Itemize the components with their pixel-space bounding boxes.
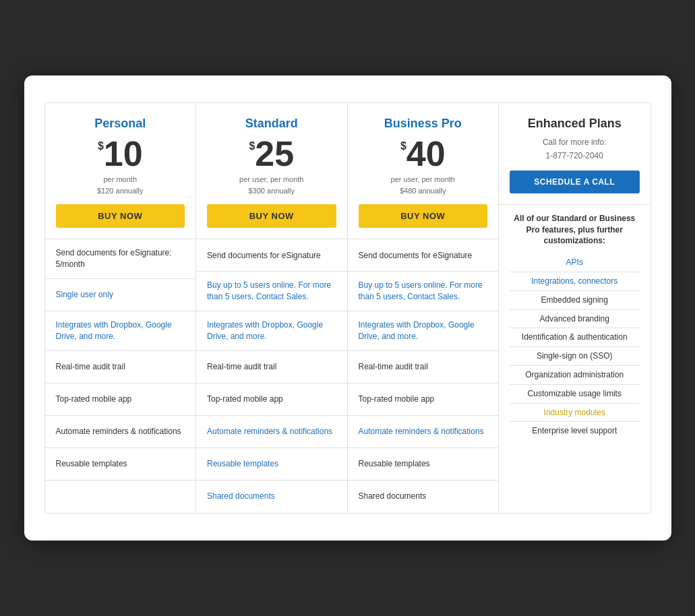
feature-item-standard-0: Send documents for eSignature: [196, 239, 347, 272]
feature-item-personal-1: Single user only: [45, 279, 196, 311]
pricing-table: Personal $ 10 per month$120 annuallyBUY …: [44, 102, 651, 513]
buy-button-business-pro[interactable]: BUY NOW: [359, 204, 488, 228]
feature-item-personal-4: Top-rated mobile app: [45, 383, 196, 416]
feature-item-business-pro-5: Automate reminders & notifications: [348, 416, 499, 448]
features-list-personal: Send documents for eSignature: 5/monthSi…: [45, 239, 196, 512]
features-list-business-pro: Send documents for eSignatureBuy up to 5…: [348, 239, 499, 512]
buy-button-personal[interactable]: BUY NOW: [56, 204, 185, 228]
feature-item-standard-2: Integrates with Dropbox, Google Drive, a…: [196, 311, 347, 351]
feature-item-personal-7: [45, 481, 196, 513]
enhanced-item-2: Embedded signing: [510, 291, 640, 310]
enhanced-intro: All of our Standard or Business Pro feat…: [510, 213, 640, 247]
schedule-button-enhanced[interactable]: SCHEDULE A CALL: [510, 171, 640, 193]
plan-name-enhanced: Enhanced Plans: [510, 117, 640, 131]
feature-item-standard-7: Shared documents: [196, 481, 347, 513]
feature-item-standard-4: Top-rated mobile app: [196, 383, 347, 416]
price-amount-personal: 10: [104, 136, 143, 171]
enhanced-item-7: Customizable usage limits: [510, 385, 640, 404]
price-symbol-standard: $: [249, 140, 255, 152]
price-symbol-personal: $: [98, 140, 104, 152]
feature-item-personal-2: Integrates with Dropbox, Google Drive, a…: [45, 311, 196, 351]
buy-button-standard[interactable]: BUY NOW: [207, 204, 336, 228]
plan-price-personal: $ 10: [56, 136, 185, 171]
plan-name-personal: Personal: [56, 117, 185, 131]
price-details-business-pro: per user, per month$480 annually: [359, 174, 488, 196]
plan-name-standard: Standard: [207, 117, 336, 131]
feature-item-business-pro-0: Send documents for eSignature: [348, 239, 499, 272]
enhanced-item-3: Advanced branding: [510, 310, 640, 329]
call-info-enhanced: Call for more info:1-877-720-2040: [510, 136, 640, 162]
plan-header-enhanced: Enhanced PlansCall for more info:1-877-7…: [499, 103, 651, 204]
enhanced-item-5: Single-sign on (SSO): [510, 347, 640, 366]
plan-header-standard: Standard $ 25 per user, per month$300 an…: [196, 103, 347, 239]
feature-item-business-pro-6: Reusable templates: [348, 448, 499, 481]
plan-col-personal: Personal $ 10 per month$120 annuallyBUY …: [45, 103, 197, 512]
features-list-standard: Send documents for eSignatureBuy up to 5…: [196, 239, 347, 512]
feature-item-personal-0: Send documents for eSignature: 5/month: [45, 239, 196, 279]
enhanced-item-6: Organization administration: [510, 366, 640, 385]
feature-item-personal-5: Automate reminders & notifications: [45, 416, 196, 448]
price-amount-standard: 25: [255, 136, 294, 171]
enhanced-item-1: Integrations, connectors: [510, 272, 640, 291]
enhanced-item-4: Identification & authentication: [510, 328, 640, 347]
pricing-page: Personal $ 10 per month$120 annuallyBUY …: [24, 75, 671, 540]
enhanced-item-9: Enterprise level support: [510, 422, 640, 440]
plan-col-enhanced: Enhanced PlansCall for more info:1-877-7…: [499, 103, 651, 512]
plan-header-business-pro: Business Pro $ 40 per user, per month$48…: [348, 103, 499, 239]
feature-item-standard-1: Buy up to 5 users online. For more than …: [196, 272, 347, 311]
feature-item-standard-5: Automate reminders & notifications: [196, 416, 347, 448]
enhanced-item-0: APIs: [510, 253, 640, 272]
feature-item-business-pro-7: Shared documents: [348, 481, 499, 513]
feature-item-personal-6: Reusable templates: [45, 448, 196, 481]
price-details-personal: per month$120 annually: [56, 174, 185, 196]
enhanced-item-8: Industry modules: [510, 404, 640, 423]
plan-col-standard: Standard $ 25 per user, per month$300 an…: [196, 103, 348, 512]
price-symbol-business-pro: $: [400, 140, 406, 152]
enhanced-features-enhanced: All of our Standard or Business Pro feat…: [499, 205, 651, 448]
feature-item-business-pro-1: Buy up to 5 users online. For more than …: [348, 272, 499, 311]
plan-price-business-pro: $ 40: [359, 136, 488, 171]
plan-price-standard: $ 25: [207, 136, 336, 171]
feature-item-personal-3: Real-time audit trail: [45, 351, 196, 383]
feature-item-standard-3: Real-time audit trail: [196, 351, 347, 383]
feature-item-business-pro-4: Top-rated mobile app: [348, 383, 499, 416]
feature-item-standard-6: Reusable templates: [196, 448, 347, 481]
price-amount-business-pro: 40: [406, 136, 446, 171]
plan-col-business-pro: Business Pro $ 40 per user, per month$48…: [348, 103, 500, 512]
price-details-standard: per user, per month$300 annually: [207, 174, 336, 196]
plan-header-personal: Personal $ 10 per month$120 annuallyBUY …: [45, 103, 196, 239]
feature-item-business-pro-3: Real-time audit trail: [348, 351, 499, 383]
feature-item-business-pro-2: Integrates with Dropbox, Google Drive, a…: [348, 311, 499, 351]
plan-name-business-pro: Business Pro: [359, 117, 488, 131]
